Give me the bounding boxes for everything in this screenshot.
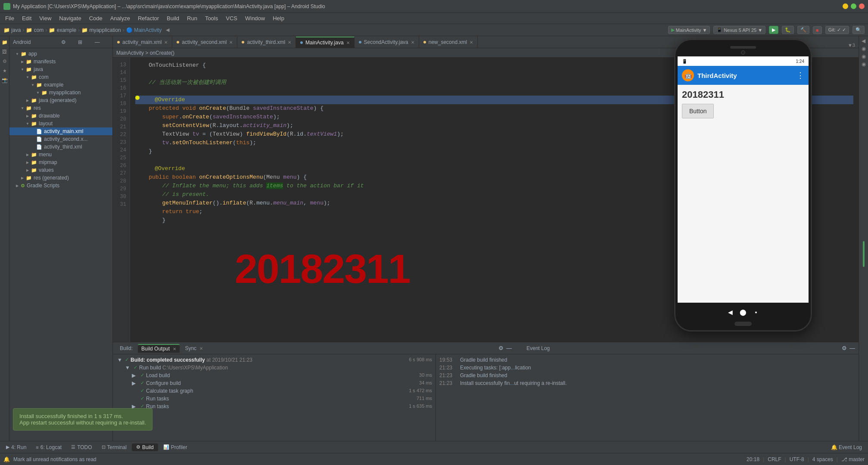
tab-secondactivity-java[interactable]: SecondActivity.java ✕	[355, 37, 419, 48]
menu-item-edit[interactable]: Edit	[19, 14, 35, 22]
tree-item-menu[interactable]: ▶ 📁 menu	[9, 151, 112, 158]
logcat-tab[interactable]: ≡ 6: Logcat	[31, 443, 66, 451]
menu-item-build[interactable]: Build	[163, 14, 183, 22]
tree-item-java-generated[interactable]: ▶ 📁 java (generated)	[9, 96, 112, 104]
sync-close[interactable]: ✕	[199, 346, 203, 351]
build-output-tab[interactable]: Build Output ✕	[138, 344, 180, 353]
build-item-run-build[interactable]: ▼ ✓ Run build C:\Users\XPS\MyApplication	[113, 364, 436, 372]
menu-item-run[interactable]: Run	[184, 14, 201, 22]
phone-menu-icon[interactable]: ⋮	[796, 71, 804, 80]
todo-tab[interactable]: ☰ TODO	[67, 443, 96, 451]
search-button[interactable]: 🔍	[852, 26, 865, 34]
run-tab[interactable]: ▶ 4: Run	[2, 443, 31, 451]
profiler-tab[interactable]: 📊 Profiler	[159, 443, 192, 451]
tree-item-activity-main-xml[interactable]: 📄 activity_main.xml	[9, 127, 112, 135]
build-item-completed[interactable]: ▼ ✓ Build: completed successfully at 201…	[113, 356, 436, 364]
tree-item-activity-second-xml[interactable]: 📄 activity_second.x...	[9, 135, 112, 143]
menu-item-analyze[interactable]: Analyze	[107, 14, 134, 22]
tab-mainactivity-java[interactable]: MainActivity.java ✕	[296, 37, 354, 48]
phone-recent-button[interactable]: ▪	[750, 306, 762, 319]
git-button[interactable]: Git: ✓ ✓	[825, 26, 849, 34]
tree-item-manifests[interactable]: ▶ 📁 manifests	[9, 58, 112, 65]
build-item-run-tasks-1[interactable]: ✓ Run tasks 711 ms	[113, 395, 436, 403]
tree-item-myapplication[interactable]: ▼ 📁 myapplication	[9, 89, 112, 96]
build-close-icon[interactable]: —	[506, 345, 512, 351]
menu-item-help[interactable]: Help	[269, 14, 288, 22]
project-icon[interactable]: 📁	[0, 38, 9, 46]
tab-close-secondactivity-java[interactable]: ✕	[411, 40, 414, 45]
menu-item-code[interactable]: Code	[86, 14, 106, 22]
tab-close-activity-second-xml[interactable]: ✕	[229, 40, 233, 45]
tab-close-activity-third-xml[interactable]: ✕	[288, 40, 291, 45]
tree-item-values[interactable]: ▶ 📁 values	[9, 166, 112, 174]
build-item-configure-build[interactable]: ▶ ✓ Configure build 34 ms	[113, 379, 436, 387]
breadcrumb-myapplication[interactable]: 📁 myapplication	[81, 27, 121, 33]
project-layout-icon[interactable]: ⊞	[78, 39, 92, 45]
build-settings-icon[interactable]: ⚙	[498, 345, 504, 351]
build-tab[interactable]: ⚙ Build	[132, 443, 158, 451]
event-log-settings-icon[interactable]: ⚙	[842, 345, 847, 351]
right-icon-1[interactable]: ◀	[862, 38, 865, 44]
device-selector[interactable]: 📱 Nexus 5 API 25 ▼	[713, 26, 765, 34]
tree-item-layout[interactable]: ▼ 📁 layout	[9, 120, 112, 127]
more-tabs-indicator[interactable]: ▼3	[848, 43, 855, 48]
status-vcs[interactable]: ⎇ master	[841, 456, 865, 462]
right-icon-2[interactable]: ◉	[862, 46, 866, 52]
tree-item-com[interactable]: ▼ 📁 com	[9, 73, 112, 81]
build-output-close[interactable]: ✕	[173, 347, 176, 351]
tab-new-second-xml[interactable]: new_second.xml ✕	[419, 37, 478, 48]
menu-item-view[interactable]: View	[36, 14, 55, 22]
favorites-icon[interactable]: ★	[0, 66, 9, 75]
right-icon-3[interactable]: ◉	[862, 53, 866, 59]
tree-item-gradle-scripts[interactable]: ▶ ⚙ Gradle Scripts	[9, 182, 112, 189]
tab-close-activity-main-xml[interactable]: ✕	[164, 40, 168, 45]
breadcrumb-example[interactable]: 📁 example	[49, 27, 76, 33]
event-log-tab[interactable]: 🔔 Event Log	[827, 443, 866, 451]
tab-close-mainactivity-java[interactable]: ✕	[346, 40, 350, 45]
build-label-tab[interactable]: Build:	[116, 344, 136, 352]
build-button[interactable]: 🔨	[797, 26, 809, 34]
sync-tab[interactable]: Sync ✕	[181, 344, 206, 352]
structure-icon[interactable]: ⚙	[0, 57, 9, 65]
tree-item-example[interactable]: ▼ 📁 example	[9, 81, 112, 89]
tree-item-res-generated[interactable]: ▶ 📁 res (generated)	[9, 174, 112, 182]
breadcrumb-nav-back[interactable]: ◀	[166, 27, 169, 33]
tree-item-app[interactable]: ▼ 📁 app	[9, 50, 112, 58]
build-item-run-tasks-2[interactable]: ▶ ✓ Run tasks 1 s 635 ms	[113, 403, 436, 410]
tree-item-res[interactable]: ▼ 📁 res	[9, 104, 112, 112]
tree-item-mipmap[interactable]: ▶ 📁 mipmap	[9, 158, 112, 166]
resource-icon[interactable]: 🖼	[0, 47, 9, 56]
run-config-selector[interactable]: ▶ MainActivity ▼	[668, 26, 710, 34]
captures-icon[interactable]: 📸	[0, 76, 9, 84]
tab-activity-main-xml[interactable]: activity_main.xml ✕	[113, 37, 172, 48]
breadcrumb-java[interactable]: 📁 java	[3, 27, 21, 33]
menu-item-file[interactable]: File	[2, 14, 18, 22]
phone-button[interactable]: Button	[682, 104, 714, 118]
menu-item-navigate[interactable]: Navigate	[56, 14, 84, 22]
maximize-button[interactable]	[851, 3, 856, 9]
notification-bell-icon[interactable]: 🔔	[3, 456, 10, 462]
menu-item-refactor[interactable]: Refactor	[134, 14, 162, 22]
tab-activity-second-xml[interactable]: activity_second.xml ✕	[172, 37, 237, 48]
project-collapse-icon[interactable]: —	[95, 39, 109, 45]
tree-item-drawable[interactable]: ▶ 📁 drawable	[9, 112, 112, 120]
build-item-load-build[interactable]: ▶ ✓ Load build 30 ms	[113, 372, 436, 379]
minimize-button[interactable]	[843, 3, 848, 9]
menu-item-window[interactable]: Window	[242, 14, 268, 22]
tab-activity-third-xml[interactable]: activity_third.xml ✕	[237, 37, 296, 48]
event-log-close-icon[interactable]: —	[849, 345, 855, 351]
project-gear-icon[interactable]: ⚙	[61, 39, 75, 45]
debug-button[interactable]: 🐛	[782, 26, 794, 34]
breadcrumb-com[interactable]: 📁 com	[26, 27, 44, 33]
tree-item-activity-third-xml[interactable]: 📄 activity_third.xml	[9, 143, 112, 151]
run-button[interactable]: ▶	[769, 26, 778, 34]
breadcrumb-mainactivity[interactable]: 🔵 MainActivity	[126, 27, 162, 33]
build-item-calculate-task-graph[interactable]: ✓ Calculate task graph 1 s 472 ms	[113, 387, 436, 395]
close-button[interactable]	[859, 3, 865, 9]
phone-home-button[interactable]: ⬤	[737, 306, 750, 319]
menu-item-vcs[interactable]: VCS	[222, 14, 241, 22]
menu-item-tools[interactable]: Tools	[202, 14, 221, 22]
terminal-tab[interactable]: ⊡ Terminal	[97, 443, 131, 451]
stop-button[interactable]: ■	[813, 26, 822, 34]
phone-back-button[interactable]: ◀	[724, 306, 737, 319]
